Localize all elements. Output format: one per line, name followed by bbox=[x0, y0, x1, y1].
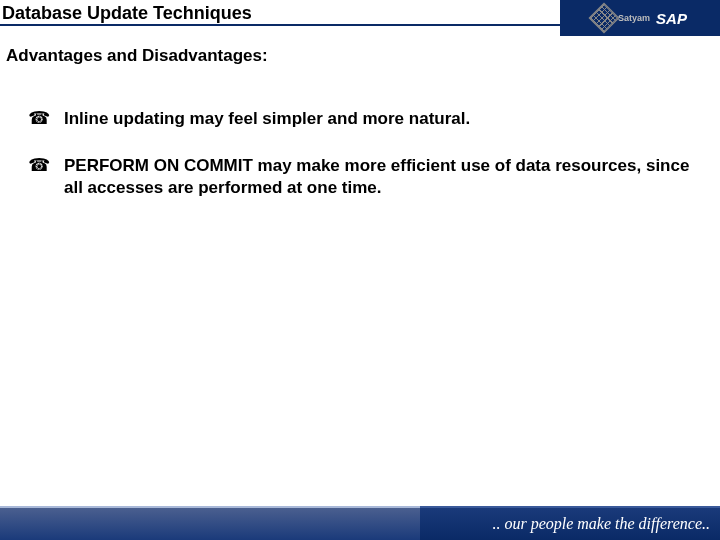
list-item: ☎ PERFORM ON COMMIT may make more effici… bbox=[28, 155, 692, 198]
bullet-text: PERFORM ON COMMIT may make more efficien… bbox=[64, 155, 692, 198]
content-area: ☎ Inline updating may feel simpler and m… bbox=[0, 66, 720, 198]
satyam-text: Satyam bbox=[618, 13, 650, 23]
title-underline bbox=[0, 26, 560, 36]
title-block: Database Update Techniques bbox=[0, 0, 560, 36]
slide-subtitle: Advantages and Disadvantages: bbox=[0, 36, 720, 66]
logo-zone: Satyam SAP bbox=[560, 0, 720, 36]
footer-tagline: .. our people make the difference.. bbox=[420, 506, 720, 540]
slide-header: Database Update Techniques Satyam SAP bbox=[0, 0, 720, 36]
footer-bar-left bbox=[0, 506, 420, 540]
satyam-logo: Satyam bbox=[593, 7, 650, 29]
phone-icon: ☎ bbox=[28, 108, 50, 128]
sap-text: SAP bbox=[656, 10, 687, 27]
bullet-text: Inline updating may feel simpler and mor… bbox=[64, 108, 470, 129]
slide-footer: .. our people make the difference.. bbox=[0, 506, 720, 540]
diamond-icon bbox=[589, 2, 620, 33]
slide-title: Database Update Techniques bbox=[0, 0, 560, 26]
list-item: ☎ Inline updating may feel simpler and m… bbox=[28, 108, 692, 129]
phone-icon: ☎ bbox=[28, 155, 50, 175]
